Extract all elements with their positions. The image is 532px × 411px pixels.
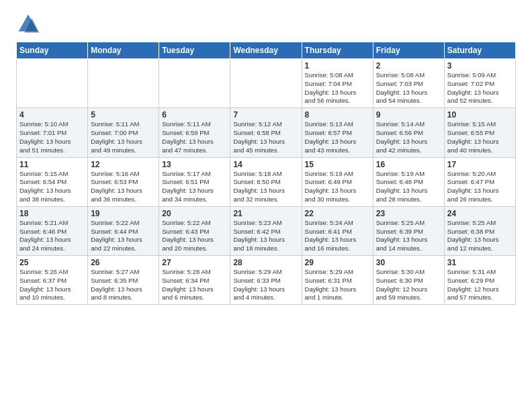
day-info: Sunrise: 5:31 AMSunset: 6:29 PMDaylight:…	[447, 268, 513, 302]
day-number: 1	[305, 61, 370, 71]
day-number: 24	[447, 209, 513, 218]
calendar-cell: 28Sunrise: 5:29 AMSunset: 6:33 PMDayligh…	[230, 256, 302, 305]
weekday-row: SundayMondayTuesdayWednesdayThursdayFrid…	[17, 42, 516, 59]
calendar-cell: 26Sunrise: 5:27 AMSunset: 6:35 PMDayligh…	[88, 256, 159, 305]
calendar-cell: 7Sunrise: 5:12 AMSunset: 6:58 PMDaylight…	[230, 108, 302, 157]
day-info: Sunrise: 5:09 AMSunset: 7:02 PMDaylight:…	[447, 71, 513, 105]
calendar-cell: 8Sunrise: 5:13 AMSunset: 6:57 PMDaylight…	[302, 108, 373, 157]
weekday-header-monday: Monday	[88, 42, 159, 59]
day-info: Sunrise: 5:22 AMSunset: 6:43 PMDaylight:…	[162, 219, 227, 253]
calendar-body: 1Sunrise: 5:08 AMSunset: 7:04 PMDaylight…	[17, 59, 516, 305]
day-info: Sunrise: 5:18 AMSunset: 6:50 PMDaylight:…	[233, 170, 298, 204]
logo-icon	[16, 12, 40, 36]
day-info: Sunrise: 5:22 AMSunset: 6:44 PMDaylight:…	[91, 219, 156, 253]
calendar-cell: 25Sunrise: 5:26 AMSunset: 6:37 PMDayligh…	[17, 256, 88, 305]
calendar-cell: 14Sunrise: 5:18 AMSunset: 6:50 PMDayligh…	[230, 157, 302, 206]
day-number: 14	[233, 160, 298, 169]
day-number: 15	[305, 160, 370, 169]
calendar-week-2: 4Sunrise: 5:10 AMSunset: 7:01 PMDaylight…	[17, 108, 516, 157]
day-info: Sunrise: 5:21 AMSunset: 6:46 PMDaylight:…	[19, 219, 85, 253]
calendar-cell: 19Sunrise: 5:22 AMSunset: 6:44 PMDayligh…	[88, 206, 159, 255]
day-number: 6	[162, 110, 227, 120]
header	[0, 0, 532, 42]
day-info: Sunrise: 5:15 AMSunset: 6:54 PMDaylight:…	[19, 170, 85, 204]
calendar-cell	[230, 59, 302, 108]
calendar-cell: 5Sunrise: 5:11 AMSunset: 7:00 PMDaylight…	[88, 108, 159, 157]
weekday-header-wednesday: Wednesday	[230, 42, 302, 59]
calendar-cell: 4Sunrise: 5:10 AMSunset: 7:01 PMDaylight…	[17, 108, 88, 157]
page-container: SundayMondayTuesdayWednesdayThursdayFrid…	[0, 0, 532, 313]
day-info: Sunrise: 5:30 AMSunset: 6:30 PMDaylight:…	[376, 268, 441, 302]
day-info: Sunrise: 5:08 AMSunset: 7:04 PMDaylight:…	[305, 71, 370, 105]
day-number: 11	[19, 160, 85, 169]
day-info: Sunrise: 5:14 AMSunset: 6:56 PMDaylight:…	[376, 120, 441, 154]
day-number: 3	[447, 61, 513, 71]
calendar-cell: 9Sunrise: 5:14 AMSunset: 6:56 PMDaylight…	[373, 108, 444, 157]
calendar-cell: 12Sunrise: 5:16 AMSunset: 6:53 PMDayligh…	[88, 157, 159, 206]
day-info: Sunrise: 5:08 AMSunset: 7:03 PMDaylight:…	[376, 71, 441, 105]
calendar-container: SundayMondayTuesdayWednesdayThursdayFrid…	[0, 42, 532, 313]
day-info: Sunrise: 5:25 AMSunset: 6:39 PMDaylight:…	[376, 219, 441, 253]
day-number: 9	[376, 110, 441, 120]
day-info: Sunrise: 5:20 AMSunset: 6:47 PMDaylight:…	[447, 170, 513, 204]
day-info: Sunrise: 5:19 AMSunset: 6:48 PMDaylight:…	[376, 170, 441, 204]
day-number: 30	[376, 258, 441, 267]
day-number: 27	[162, 258, 227, 267]
calendar-cell: 27Sunrise: 5:28 AMSunset: 6:34 PMDayligh…	[159, 256, 230, 305]
calendar-cell: 13Sunrise: 5:17 AMSunset: 6:51 PMDayligh…	[159, 157, 230, 206]
day-number: 2	[376, 61, 441, 71]
day-info: Sunrise: 5:29 AMSunset: 6:33 PMDaylight:…	[233, 268, 298, 302]
day-info: Sunrise: 5:24 AMSunset: 6:41 PMDaylight:…	[305, 219, 370, 253]
day-number: 20	[162, 209, 227, 218]
calendar-header: SundayMondayTuesdayWednesdayThursdayFrid…	[17, 42, 516, 59]
day-number: 12	[91, 160, 156, 169]
calendar-cell: 1Sunrise: 5:08 AMSunset: 7:04 PMDaylight…	[302, 59, 373, 108]
calendar-cell: 30Sunrise: 5:30 AMSunset: 6:30 PMDayligh…	[373, 256, 444, 305]
day-info: Sunrise: 5:27 AMSunset: 6:35 PMDaylight:…	[91, 268, 156, 302]
day-info: Sunrise: 5:11 AMSunset: 6:59 PMDaylight:…	[162, 120, 227, 154]
calendar-cell: 11Sunrise: 5:15 AMSunset: 6:54 PMDayligh…	[17, 157, 88, 206]
day-number: 21	[233, 209, 298, 218]
calendar-week-4: 18Sunrise: 5:21 AMSunset: 6:46 PMDayligh…	[17, 206, 516, 255]
day-number: 23	[376, 209, 441, 218]
day-number: 7	[233, 110, 298, 120]
day-number: 8	[305, 110, 370, 120]
day-number: 4	[19, 110, 85, 120]
day-info: Sunrise: 5:23 AMSunset: 6:42 PMDaylight:…	[233, 219, 298, 253]
day-number: 5	[91, 110, 156, 120]
day-info: Sunrise: 5:19 AMSunset: 6:49 PMDaylight:…	[305, 170, 370, 204]
day-info: Sunrise: 5:13 AMSunset: 6:57 PMDaylight:…	[305, 120, 370, 154]
logo	[16, 12, 44, 36]
calendar-week-1: 1Sunrise: 5:08 AMSunset: 7:04 PMDaylight…	[17, 59, 516, 108]
calendar-cell	[159, 59, 230, 108]
day-number: 31	[447, 258, 513, 267]
day-info: Sunrise: 5:17 AMSunset: 6:51 PMDaylight:…	[162, 170, 227, 204]
calendar-cell: 18Sunrise: 5:21 AMSunset: 6:46 PMDayligh…	[17, 206, 88, 255]
day-info: Sunrise: 5:25 AMSunset: 6:38 PMDaylight:…	[447, 219, 513, 253]
calendar-cell: 3Sunrise: 5:09 AMSunset: 7:02 PMDaylight…	[444, 59, 515, 108]
calendar-cell: 20Sunrise: 5:22 AMSunset: 6:43 PMDayligh…	[159, 206, 230, 255]
day-number: 13	[162, 160, 227, 169]
weekday-header-saturday: Saturday	[444, 42, 515, 59]
day-number: 25	[19, 258, 85, 267]
day-info: Sunrise: 5:29 AMSunset: 6:31 PMDaylight:…	[305, 268, 370, 302]
calendar-cell: 24Sunrise: 5:25 AMSunset: 6:38 PMDayligh…	[444, 206, 515, 255]
day-number: 28	[233, 258, 298, 267]
day-number: 19	[91, 209, 156, 218]
day-info: Sunrise: 5:16 AMSunset: 6:53 PMDaylight:…	[91, 170, 156, 204]
day-number: 22	[305, 209, 370, 218]
day-number: 18	[19, 209, 85, 218]
calendar-cell: 2Sunrise: 5:08 AMSunset: 7:03 PMDaylight…	[373, 59, 444, 108]
weekday-header-friday: Friday	[373, 42, 444, 59]
calendar-table: SundayMondayTuesdayWednesdayThursdayFrid…	[16, 42, 516, 305]
day-info: Sunrise: 5:26 AMSunset: 6:37 PMDaylight:…	[19, 268, 85, 302]
calendar-cell: 10Sunrise: 5:15 AMSunset: 6:55 PMDayligh…	[444, 108, 515, 157]
day-info: Sunrise: 5:11 AMSunset: 7:00 PMDaylight:…	[91, 120, 156, 154]
day-number: 17	[447, 160, 513, 169]
weekday-header-sunday: Sunday	[17, 42, 88, 59]
day-number: 10	[447, 110, 513, 120]
calendar-cell: 17Sunrise: 5:20 AMSunset: 6:47 PMDayligh…	[444, 157, 515, 206]
day-number: 26	[91, 258, 156, 267]
calendar-cell: 15Sunrise: 5:19 AMSunset: 6:49 PMDayligh…	[302, 157, 373, 206]
day-info: Sunrise: 5:12 AMSunset: 6:58 PMDaylight:…	[233, 120, 298, 154]
